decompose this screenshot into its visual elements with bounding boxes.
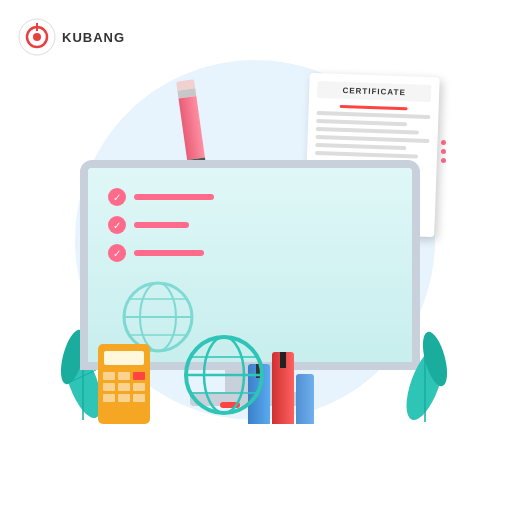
check-line-1 bbox=[134, 194, 214, 200]
book-red bbox=[272, 352, 294, 424]
logo: KUBANG bbox=[18, 18, 125, 56]
check-line-2 bbox=[134, 222, 189, 228]
calculator-buttons bbox=[98, 370, 150, 404]
check-icon-2: ✓ bbox=[108, 216, 126, 234]
logo-icon bbox=[18, 18, 56, 56]
books-stack bbox=[248, 352, 314, 424]
certificate-header: CERTIFICATE bbox=[317, 81, 432, 102]
check-icon-1: ✓ bbox=[108, 188, 126, 206]
logo-text: KUBANG bbox=[62, 30, 125, 45]
check-item-3: ✓ bbox=[108, 244, 214, 262]
certificate-title: CERTIFICATE bbox=[323, 85, 425, 98]
calculator bbox=[98, 344, 150, 424]
check-item-1: ✓ bbox=[108, 188, 214, 206]
calculator-screen bbox=[104, 351, 144, 365]
check-item-2: ✓ bbox=[108, 216, 214, 234]
certificate-content-lines bbox=[315, 111, 430, 159]
svg-point-2 bbox=[33, 33, 41, 41]
check-line-3 bbox=[134, 250, 204, 256]
check-icon-3: ✓ bbox=[108, 244, 126, 262]
globe-decoration bbox=[180, 331, 268, 419]
leaf-right bbox=[390, 304, 460, 424]
certificate-accent-line bbox=[339, 105, 407, 110]
checklist: ✓ ✓ ✓ bbox=[108, 188, 214, 262]
main-scene: KUBANG CERTIFICATE ✓ bbox=[0, 0, 512, 512]
book-blue-small bbox=[296, 374, 314, 424]
